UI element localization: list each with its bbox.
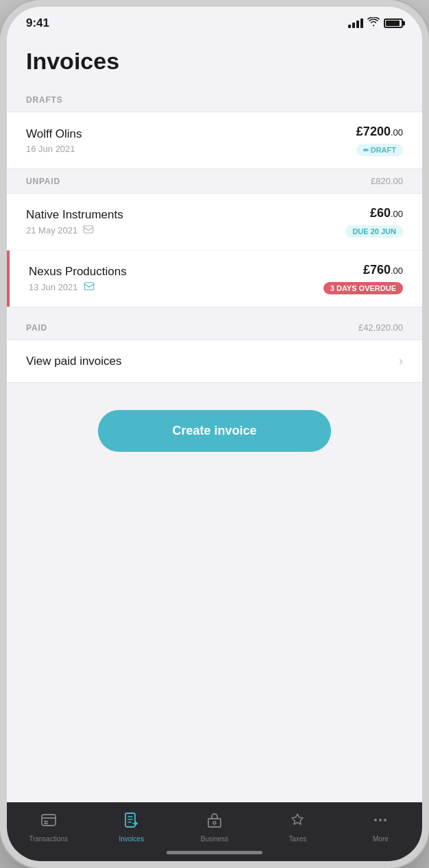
unpaid-label: UNPAID	[26, 177, 60, 186]
invoice-left-nexus: Nexus Productions 13 Jun 2021	[29, 265, 127, 292]
svg-point-13	[374, 819, 377, 821]
unpaid-card-container: Native Instruments 21 May 2021 £60.00	[7, 193, 422, 307]
invoice-date-native: 21 May 2021	[26, 225, 77, 235]
nav-item-invoices[interactable]: Invoices	[90, 808, 173, 845]
nav-label-invoices: Invoices	[119, 835, 144, 843]
svg-rect-2	[42, 815, 56, 826]
email-blue-icon	[84, 281, 95, 292]
paid-card-container: View paid invoices ›	[7, 340, 422, 383]
svg-point-12	[213, 821, 216, 824]
invoice-row-nexus[interactable]: Nexus Productions 13 Jun 2021 £760.00	[7, 251, 422, 307]
unpaid-total-amount: £820.00	[371, 176, 403, 186]
main-content: Invoices DRAFTS Wolff Olins 16 Jun 2021 …	[7, 34, 422, 802]
invoice-amount-wolff: £7200.00	[356, 125, 403, 139]
invoice-right-native: £60.00 DUE 20 JUN	[345, 206, 403, 238]
invoice-meta-native: 21 May 2021	[26, 225, 123, 235]
invoice-amount-native: £60.00	[345, 206, 403, 220]
create-invoice-button[interactable]: Create invoice	[98, 410, 331, 452]
signal-bars-icon	[348, 18, 363, 28]
badge-draft-wolff: DRAFT	[356, 144, 403, 156]
svg-rect-6	[125, 813, 135, 827]
invoice-meta-wolff: 16 Jun 2021	[26, 144, 82, 154]
paid-section-header: PAID £42,920.00	[7, 316, 422, 340]
badge-due-native: DUE 20 JUN	[345, 225, 403, 238]
invoice-name-nexus: Nexus Productions	[29, 265, 127, 279]
battery-icon	[384, 18, 403, 28]
status-icons	[348, 17, 403, 29]
paid-total-amount: £42,920.00	[358, 322, 403, 333]
drafts-label: DRAFTS	[26, 95, 62, 105]
svg-point-15	[384, 819, 387, 821]
invoice-amount-nexus: £760.00	[323, 263, 403, 277]
bottom-nav: Transactions Invoices	[7, 802, 422, 848]
phone-frame: 9:41 Invoices	[0, 0, 429, 868]
invoice-name-native: Native Instruments	[26, 208, 123, 222]
status-bar: 9:41	[7, 7, 422, 34]
nav-item-transactions[interactable]: Transactions	[7, 808, 90, 845]
nav-label-more: More	[373, 835, 389, 843]
transactions-icon	[40, 812, 57, 832]
invoice-name-wolff: Wolff Olins	[26, 127, 82, 141]
home-bar	[167, 851, 262, 854]
nav-item-taxes[interactable]: Taxes	[256, 808, 339, 845]
invoice-row-wolff-olins[interactable]: Wolff Olins 16 Jun 2021 £7200.00 DRAFT	[7, 112, 422, 168]
create-invoice-container: Create invoice	[7, 383, 422, 465]
drafts-section-header: DRAFTS	[7, 88, 422, 112]
paid-label: PAID	[26, 323, 47, 333]
view-paid-invoices-row[interactable]: View paid invoices ›	[7, 340, 422, 382]
nav-item-business[interactable]: Business	[173, 808, 256, 845]
home-indicator	[7, 848, 422, 861]
invoice-date-wolff: 16 Jun 2021	[26, 144, 75, 154]
status-time: 9:41	[26, 16, 49, 30]
nav-item-more[interactable]: More	[339, 808, 422, 845]
taxes-icon	[289, 812, 306, 832]
invoice-left-wolff: Wolff Olins 16 Jun 2021	[26, 127, 82, 154]
chevron-right-icon: ›	[399, 354, 403, 368]
nav-label-transactions: Transactions	[29, 835, 68, 843]
email-grey-icon	[83, 225, 94, 235]
badge-overdue-nexus: 3 DAYS OVERDUE	[323, 282, 403, 294]
invoice-meta-nexus: 13 Jun 2021	[29, 281, 127, 292]
invoices-icon	[123, 812, 140, 832]
unpaid-section-header: UNPAID £820.00	[7, 169, 422, 193]
more-icon	[372, 812, 389, 832]
drafts-card-container: Wolff Olins 16 Jun 2021 £7200.00 DRAFT	[7, 112, 422, 169]
view-paid-text: View paid invoices	[26, 355, 122, 368]
invoice-right-wolff: £7200.00 DRAFT	[356, 125, 403, 156]
business-icon	[206, 812, 223, 832]
invoice-date-nexus: 13 Jun 2021	[29, 282, 78, 292]
invoice-row-native[interactable]: Native Instruments 21 May 2021 £60.00	[7, 194, 422, 251]
invoice-left-native: Native Instruments 21 May 2021	[26, 208, 123, 235]
svg-point-14	[379, 819, 382, 821]
invoice-right-nexus: £760.00 3 DAYS OVERDUE	[323, 263, 403, 294]
svg-rect-1	[84, 283, 94, 290]
svg-rect-0	[84, 226, 93, 233]
nav-label-taxes: Taxes	[289, 835, 306, 843]
svg-rect-11	[208, 819, 221, 827]
page-title: Invoices	[7, 48, 422, 88]
nav-label-business: Business	[201, 835, 229, 843]
wifi-icon	[367, 17, 380, 29]
